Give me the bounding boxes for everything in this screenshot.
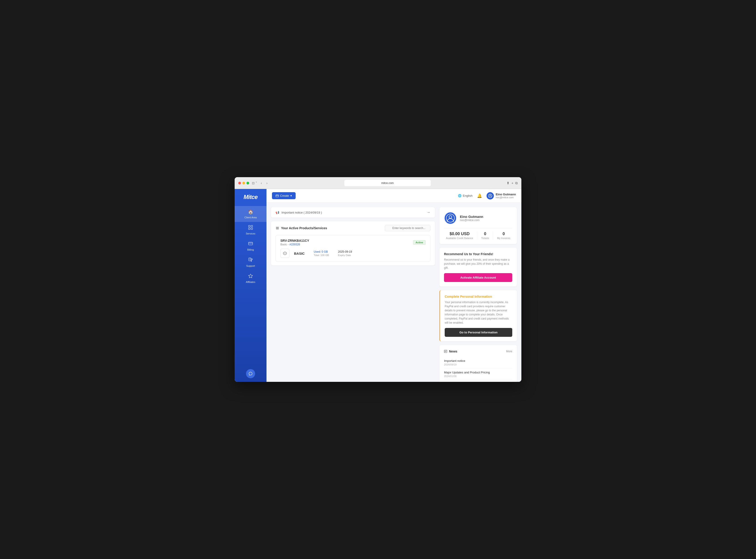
expiry-key: Expiry Date xyxy=(338,254,352,256)
sidebar-label-client-area: Client Area xyxy=(244,216,257,219)
service-id-link[interactable]: #159326 xyxy=(289,243,300,246)
services-icon xyxy=(248,225,253,231)
notification-button[interactable]: 🔔 xyxy=(477,193,482,198)
service-name: SRV-ZRNKBA11CY xyxy=(280,239,309,242)
sidebar-item-support[interactable]: Support xyxy=(235,254,266,270)
nav-items: 🏠 Client Area Services xyxy=(235,206,266,369)
profile-top: Eino Gutmann noc@mitce.com xyxy=(444,212,512,224)
profile-email: noc@mitce.com xyxy=(460,219,483,222)
credit-value: $0.00 USD xyxy=(446,231,473,236)
service-meta: Used: 0 GB Total: 100 GB 2025-09-19 Expi… xyxy=(314,250,352,256)
invoices-label: My Invoices xyxy=(497,237,510,240)
affiliate-card: Recommend Us to Your Friends! Recommend … xyxy=(439,248,517,287)
browser-window: ⊡ ˅ ‹ › ⬆ + ⧉ Mitce 🏠 Client Area xyxy=(235,177,521,382)
tickets-value: 0 xyxy=(481,231,489,236)
tickets-stat: 0 Tickets xyxy=(481,231,489,240)
news-item-0[interactable]: Important notice 2024/09/19 xyxy=(444,357,512,368)
main-content: Create ▾ 🌐 English 🔔 xyxy=(266,189,521,382)
news-item-title-1: Major Updates and Product Pricing xyxy=(444,371,512,374)
news-list: Important notice 2024/09/19 Major Update… xyxy=(444,357,512,382)
service-plan: BASIC xyxy=(294,251,305,255)
svg-rect-9 xyxy=(276,195,279,197)
sidebar-item-affiliates[interactable]: Affiliates xyxy=(235,270,266,287)
activate-affiliate-button[interactable]: Activate Affiliate Account xyxy=(444,273,512,282)
notice-content: 📢 Important notice ( 2024/09/19 ) xyxy=(276,211,322,214)
invoices-value: 0 xyxy=(497,231,510,236)
sidebar-label-services: Services xyxy=(246,232,255,235)
svg-rect-0 xyxy=(249,225,250,227)
close-button[interactable] xyxy=(238,182,241,184)
sidebar-toggle-icon[interactable]: ⊡ ˅ xyxy=(252,181,257,185)
tabs-icon[interactable]: ⧉ xyxy=(515,181,518,185)
user-info: Eino Gutmann noc@mitce.com xyxy=(496,193,516,199)
profile-avatar xyxy=(444,212,457,224)
sidebar-item-services[interactable]: Services xyxy=(235,222,266,238)
share-icon[interactable]: ⬆ xyxy=(506,181,510,185)
header-right: 🌐 English 🔔 Eino Gut xyxy=(458,192,516,199)
sidebar: Mitce 🏠 Client Area xyxy=(235,189,266,382)
news-item-title-0: Important notice xyxy=(444,359,512,362)
service-type-icon xyxy=(280,249,289,258)
products-title-text: Your Active Products/Services xyxy=(281,226,327,230)
sidebar-item-billing[interactable]: Billing xyxy=(235,238,266,254)
right-panel: Eino Gutmann noc@mitce.com $0.00 USD Ava… xyxy=(439,207,517,382)
news-item-date-1: 2024/01/06 xyxy=(444,375,512,378)
header: Create ▾ 🌐 English 🔔 xyxy=(266,189,521,203)
chat-button[interactable] xyxy=(246,369,255,378)
sidebar-label-billing: Billing xyxy=(247,248,254,251)
user-email: noc@mitce.com xyxy=(496,196,516,199)
sidebar-logo: Mitce xyxy=(243,194,257,201)
forward-button[interactable]: › xyxy=(265,181,268,185)
affiliate-description: Recommend us to your friends, and once t… xyxy=(444,258,512,270)
new-tab-icon[interactable]: + xyxy=(511,181,513,185)
profile-text: Eino Gutmann noc@mitce.com xyxy=(460,215,483,222)
products-title: Your Active Products/Services xyxy=(276,226,327,230)
notice-arrow: → xyxy=(427,210,430,215)
create-chevron: ▾ xyxy=(290,194,292,197)
user-profile[interactable]: Eino Gutmann noc@mitce.com xyxy=(487,192,516,199)
back-button[interactable]: ‹ xyxy=(260,181,263,185)
create-label: Create xyxy=(280,194,289,197)
search-input[interactable] xyxy=(385,225,430,231)
language-flag: 🌐 xyxy=(458,194,461,197)
stat-divider-2 xyxy=(493,231,493,240)
news-title: News xyxy=(444,350,457,353)
language-button[interactable]: 🌐 English xyxy=(458,194,473,197)
service-info: SRV-ZRNKBA11CY Basic - #159326 xyxy=(280,239,309,246)
sidebar-label-support: Support xyxy=(246,265,255,267)
news-more-button[interactable]: More xyxy=(506,350,512,353)
profile-stats: $0.00 USD Available Credit Balance 0 Tic… xyxy=(444,228,512,240)
app-layout: Mitce 🏠 Client Area xyxy=(235,189,521,382)
create-button[interactable]: Create ▾ xyxy=(272,192,296,199)
expiry-value: 2025-09-19 xyxy=(338,250,352,253)
svg-rect-4 xyxy=(249,242,253,245)
expiry-meta: 2025-09-19 Expiry Date xyxy=(338,250,352,256)
browser-actions: ⬆ + ⧉ xyxy=(506,181,518,185)
total-storage: Total: 100 GB xyxy=(314,254,329,256)
notice-text: Important notice ( 2024/09/19 ) xyxy=(281,211,322,214)
content-area: 📢 Important notice ( 2024/09/19 ) → xyxy=(266,203,521,382)
language-label: English xyxy=(463,194,473,197)
personal-info-card: Complete Personal Information Your perso… xyxy=(439,290,517,341)
url-input[interactable] xyxy=(344,180,431,186)
sidebar-item-client-area[interactable]: 🏠 Client Area xyxy=(235,206,266,222)
personal-info-description: Your personal information is currently i… xyxy=(445,300,512,325)
notice-bar[interactable]: 📢 Important notice ( 2024/09/19 ) → xyxy=(271,207,435,218)
go-to-personal-info-button[interactable]: Go to Personal Information xyxy=(445,328,512,337)
maximize-button[interactable] xyxy=(246,182,249,184)
news-item-2[interactable]: New Privacy Enhancements 2023/12/25 xyxy=(444,380,512,382)
home-icon: 🏠 xyxy=(248,209,254,215)
svg-rect-1 xyxy=(251,225,253,227)
svg-rect-2 xyxy=(249,228,250,229)
svg-rect-3 xyxy=(251,228,253,229)
browser-chrome: ⊡ ˅ ‹ › ⬆ + ⧉ xyxy=(235,177,521,189)
profile-name: Eino Gutmann xyxy=(460,215,483,219)
invoices-stat: 0 My Invoices xyxy=(497,231,510,240)
logo-text: Mitce xyxy=(243,194,257,200)
news-item-1[interactable]: Major Updates and Product Pricing 2024/0… xyxy=(444,368,512,380)
user-name: Eino Gutmann xyxy=(496,193,516,196)
minimize-button[interactable] xyxy=(242,182,245,184)
service-card-body: BASIC Used: 0 GB Total: 100 GB 2025-09-1… xyxy=(280,249,426,258)
megaphone-icon: 📢 xyxy=(276,211,279,214)
storage-meta: Used: 0 GB Total: 100 GB xyxy=(314,250,329,256)
